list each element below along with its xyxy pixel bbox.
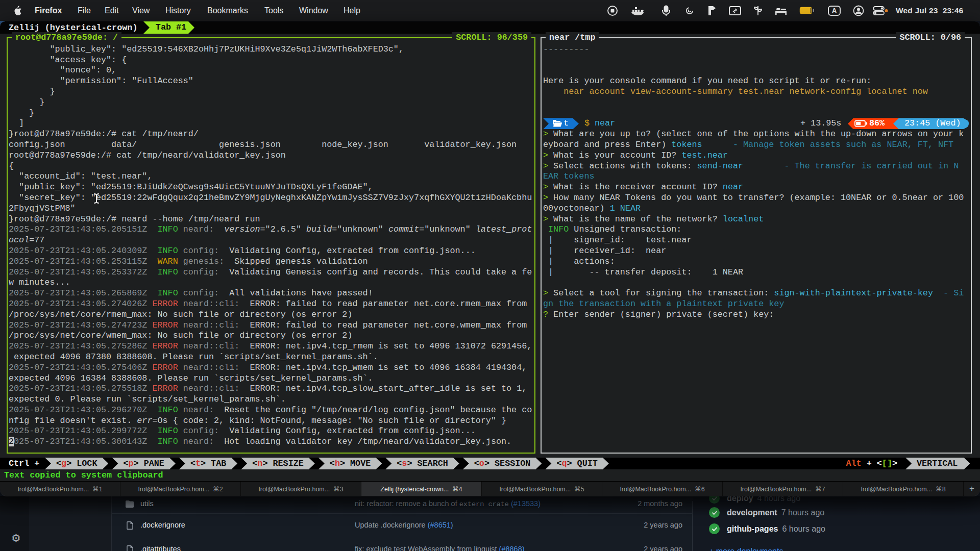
svg-text:A: A bbox=[831, 7, 837, 15]
